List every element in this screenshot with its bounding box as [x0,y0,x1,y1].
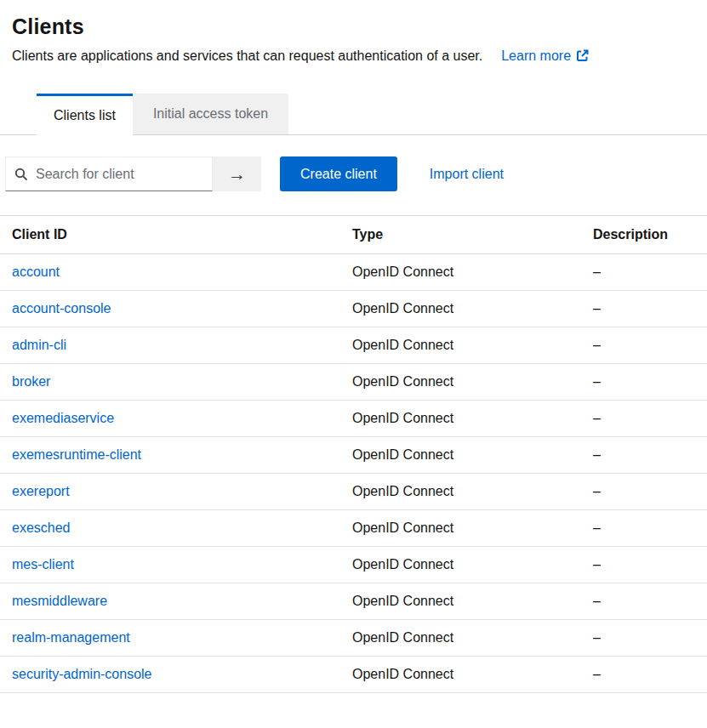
table-row: exemediaservice OpenID Connect – [0,401,707,437]
search-submit-button[interactable]: → [213,156,261,191]
client-description-cell: – [581,547,707,583]
client-id-link[interactable]: account [12,264,60,279]
client-id-link[interactable]: exemesruntime-client [12,447,141,462]
client-id-link[interactable]: broker [12,374,50,389]
client-type-cell: OpenID Connect [340,254,581,291]
page-header: Clients Clients are applications and ser… [0,0,707,65]
client-id-link[interactable]: mesmiddleware [12,594,107,608]
client-type-cell: OpenID Connect [340,474,581,510]
table-row: admin-cli OpenID Connect – [0,327,707,364]
column-header-client-id: Client ID [0,216,340,254]
external-link-icon [576,49,589,62]
import-client-link[interactable]: Import client [430,167,504,182]
client-id-link[interactable]: security-admin-console [12,667,152,681]
client-type-cell: OpenID Connect [340,327,581,364]
table-row: exemesruntime-client OpenID Connect – [0,437,707,474]
client-type-cell: OpenID Connect [340,510,581,547]
table-header-row: Client ID Type Description [0,216,707,254]
client-type-cell: OpenID Connect [340,547,581,583]
page-title: Clients [12,14,695,39]
table-row: exesched OpenID Connect – [0,510,707,547]
client-description-cell: – [581,657,707,693]
client-id-link[interactable]: exemediaservice [12,411,114,425]
page-subtitle: Clients are applications and services th… [12,48,482,63]
search-input[interactable] [28,167,212,182]
tab-bar: Clients list Initial access token [0,94,707,135]
clients-table: Client ID Type Description account OpenI… [0,215,707,693]
client-description-cell: – [581,474,707,510]
client-description-cell: – [581,583,707,620]
client-id-link[interactable]: account-console [12,301,111,316]
client-description-cell: – [581,510,707,547]
arrow-right-icon: → [228,164,246,184]
client-description-cell: – [581,437,707,474]
client-type-cell: OpenID Connect [340,657,581,693]
clients-table-body: account OpenID Connect – account-console… [0,254,707,693]
client-id-link[interactable]: exesched [12,520,71,535]
column-header-description: Description [581,216,707,254]
client-type-cell: OpenID Connect [340,583,581,620]
client-type-cell: OpenID Connect [340,364,581,401]
table-row: security-admin-console OpenID Connect – [0,657,707,693]
table-row: exereport OpenID Connect – [0,474,707,510]
table-row: account-console OpenID Connect – [0,291,707,327]
toolbar: → Create client Import client [0,156,707,191]
client-type-cell: OpenID Connect [340,437,581,474]
client-description-cell: – [581,254,707,291]
client-description-cell: – [581,620,707,657]
client-id-link[interactable]: admin-cli [12,338,66,352]
table-row: broker OpenID Connect – [0,364,707,401]
client-description-cell: – [581,291,707,327]
column-header-type: Type [340,216,581,254]
table-row: account OpenID Connect – [0,254,707,291]
client-description-cell: – [581,401,707,437]
table-row: realm-management OpenID Connect – [0,620,707,657]
client-id-link[interactable]: realm-management [12,630,130,645]
learn-more-label: Learn more [501,48,571,63]
create-client-button[interactable]: Create client [280,156,397,191]
client-type-cell: OpenID Connect [340,291,581,327]
page-subtitle-row: Clients are applications and services th… [12,47,695,65]
client-description-cell: – [581,364,707,401]
client-id-link[interactable]: mes-client [12,557,74,572]
search-input-wrap [5,156,213,191]
learn-more-link[interactable]: Learn more [501,48,589,63]
tab-initial-access-token[interactable]: Initial access token [133,94,288,134]
client-type-cell: OpenID Connect [340,620,581,657]
search-icon [14,168,28,181]
table-row: mesmiddleware OpenID Connect – [0,583,707,620]
client-type-cell: OpenID Connect [340,401,581,437]
search-group: → [5,156,261,191]
client-description-cell: – [581,327,707,364]
tab-clients-list[interactable]: Clients list [37,94,133,135]
table-row: mes-client OpenID Connect – [0,547,707,583]
client-id-link[interactable]: exereport [12,484,70,498]
